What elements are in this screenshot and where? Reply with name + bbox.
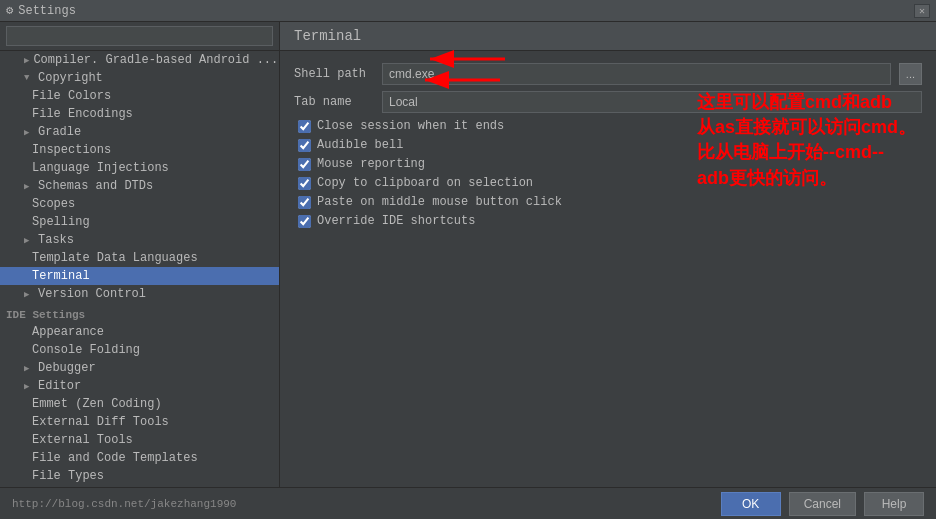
mouse-reporting-checkbox[interactable] xyxy=(298,158,311,171)
sidebar-item-emmet[interactable]: Emmet (Zen Coding) xyxy=(0,395,279,413)
window-title: ⚙ Settings xyxy=(6,3,76,18)
override-ide-label: Override IDE shortcuts xyxy=(317,214,475,228)
sidebar-item-appearance[interactable]: Appearance xyxy=(0,323,279,341)
copy-clipboard-checkbox[interactable] xyxy=(298,177,311,190)
sidebar-item-external-tools[interactable]: External Tools xyxy=(0,431,279,449)
cancel-button[interactable]: Cancel xyxy=(789,492,856,516)
expand-icon: ▶ xyxy=(24,235,34,246)
sidebar-item-tasks[interactable]: ▶ Tasks xyxy=(0,231,279,249)
expand-icon: ▶ xyxy=(24,127,34,138)
tab-name-label: Tab name xyxy=(294,95,374,109)
sidebar: ▶ Compiler. Gradle-based Android ... ▼ C… xyxy=(0,22,280,487)
sidebar-item-file-types[interactable]: File Types xyxy=(0,467,279,485)
checkbox-audible-bell: Audible bell xyxy=(294,138,922,152)
sidebar-item-terminal[interactable]: Terminal xyxy=(0,267,279,285)
sidebar-item-file-colors[interactable]: File Colors xyxy=(0,87,279,105)
shell-path-row: Shell path ... xyxy=(294,63,922,85)
close-session-label: Close session when it ends xyxy=(317,119,504,133)
sidebar-item-schemas[interactable]: ▶ Schemas and DTDs xyxy=(0,177,279,195)
sidebar-item-version-control[interactable]: ▶ Version Control xyxy=(0,285,279,303)
shell-path-label: Shell path xyxy=(294,67,374,81)
sidebar-item-gradle[interactable]: ▶ Gradle xyxy=(0,123,279,141)
sidebar-item-scopes[interactable]: Scopes xyxy=(0,195,279,213)
sidebar-item-debugger[interactable]: ▶ Debugger xyxy=(0,359,279,377)
sidebar-item-copyright[interactable]: ▼ Copyright xyxy=(0,69,279,87)
sidebar-item-console-folding[interactable]: Console Folding xyxy=(0,341,279,359)
audible-bell-label: Audible bell xyxy=(317,138,403,152)
override-ide-checkbox[interactable] xyxy=(298,215,311,228)
sidebar-item-external-diff[interactable]: External Diff Tools xyxy=(0,413,279,431)
expand-icon: ▶ xyxy=(24,55,29,66)
close-session-checkbox[interactable] xyxy=(298,120,311,133)
search-bar xyxy=(0,22,279,51)
paste-middle-checkbox[interactable] xyxy=(298,196,311,209)
main-container: ▶ Compiler. Gradle-based Android ... ▼ C… xyxy=(0,22,936,487)
sidebar-section-ide-settings: IDE Settings xyxy=(0,307,279,323)
close-button[interactable]: ✕ xyxy=(914,4,930,18)
checkbox-copy-clipboard: Copy to clipboard on selection xyxy=(294,176,922,190)
expand-icon: ▶ xyxy=(24,181,34,192)
watermark-link: http://blog.csdn.net/jakezhang1990 xyxy=(12,498,236,510)
paste-middle-label: Paste on middle mouse button click xyxy=(317,195,562,209)
expand-icon: ▶ xyxy=(24,363,34,374)
expand-icon: ▶ xyxy=(24,289,34,300)
expand-icon: ▶ xyxy=(24,381,34,392)
sidebar-item-inspections[interactable]: Inspections xyxy=(0,141,279,159)
checkbox-close-session: Close session when it ends xyxy=(294,119,922,133)
bottom-bar: http://blog.csdn.net/jakezhang1990 OK Ca… xyxy=(0,487,936,519)
help-button[interactable]: Help xyxy=(864,492,924,516)
panel-title: Terminal xyxy=(280,22,936,51)
sidebar-item-spelling[interactable]: Spelling xyxy=(0,213,279,231)
ok-button[interactable]: OK xyxy=(721,492,781,516)
checkbox-mouse-reporting: Mouse reporting xyxy=(294,157,922,171)
sidebar-item-editor[interactable]: ▶ Editor xyxy=(0,377,279,395)
content-panel: Terminal Shell path ... Tab name Close s… xyxy=(280,22,936,487)
checkbox-override-ide: Override IDE shortcuts xyxy=(294,214,922,228)
copy-clipboard-label: Copy to clipboard on selection xyxy=(317,176,533,190)
shell-path-input[interactable] xyxy=(382,63,891,85)
panel-body: Shell path ... Tab name Close session wh… xyxy=(280,51,936,245)
sidebar-item-file-code-templates[interactable]: File and Code Templates xyxy=(0,449,279,467)
checkbox-paste-middle: Paste on middle mouse button click xyxy=(294,195,922,209)
sidebar-item-template-data[interactable]: Template Data Languages xyxy=(0,249,279,267)
expand-icon: ▼ xyxy=(24,73,34,83)
mouse-reporting-label: Mouse reporting xyxy=(317,157,425,171)
sidebar-item-compiler[interactable]: ▶ Compiler. Gradle-based Android ... xyxy=(0,51,279,69)
search-input[interactable] xyxy=(6,26,273,46)
shell-path-browse-button[interactable]: ... xyxy=(899,63,922,85)
tab-name-row: Tab name xyxy=(294,91,922,113)
sidebar-item-file-encodings[interactable]: File Encodings xyxy=(0,105,279,123)
audible-bell-checkbox[interactable] xyxy=(298,139,311,152)
settings-icon: ⚙ xyxy=(6,3,13,18)
tab-name-input[interactable] xyxy=(382,91,922,113)
title-bar: ⚙ Settings ✕ xyxy=(0,0,936,22)
window-controls: ✕ xyxy=(914,4,930,18)
sidebar-item-language-injections[interactable]: Language Injections xyxy=(0,159,279,177)
